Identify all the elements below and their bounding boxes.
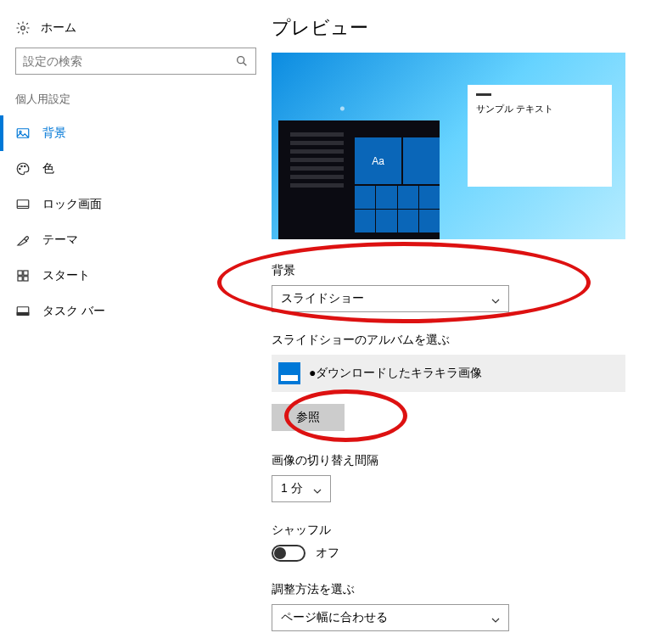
sidebar-item-label: タスク バー (42, 304, 105, 319)
chevron-down-icon (491, 294, 500, 303)
preview-thumbnail: Aa サンプル テキスト (272, 53, 625, 239)
background-select[interactable]: スライドショー (272, 285, 509, 312)
sidebar-item-label: スタート (42, 268, 90, 283)
svg-point-0 (21, 26, 25, 31)
start-icon (15, 268, 31, 283)
background-label: 背景 (272, 263, 642, 278)
album-name: ●ダウンロードしたキラキラ画像 (309, 366, 482, 381)
chevron-down-icon (313, 484, 322, 493)
search-icon (235, 54, 249, 68)
search-input[interactable] (15, 48, 256, 75)
svg-rect-15 (17, 313, 29, 316)
album-label: スライドショーのアルバムを選ぶ (272, 333, 642, 348)
section-label: 個人用設定 (0, 92, 272, 115)
sidebar-item-label: 背景 (42, 126, 66, 141)
fit-value: ページ幅に合わせる (281, 610, 388, 625)
interval-select[interactable]: 1 分 (272, 475, 331, 502)
search-field[interactable] (23, 54, 235, 68)
svg-rect-11 (24, 271, 28, 275)
sidebar-item-label: ロック画面 (42, 197, 102, 212)
palette-icon (15, 161, 31, 176)
svg-point-7 (25, 165, 26, 167)
image-icon (15, 126, 31, 141)
fit-label: 調整方法を選ぶ (272, 582, 642, 597)
browse-button[interactable]: 参照 (272, 404, 345, 431)
taskbar-icon (15, 304, 31, 319)
home-link[interactable]: ホーム (0, 15, 272, 48)
svg-line-2 (244, 63, 247, 66)
svg-rect-12 (18, 277, 22, 281)
fit-select[interactable]: ページ幅に合わせる (272, 604, 509, 631)
folder-icon (278, 362, 300, 384)
chevron-down-icon (491, 613, 500, 622)
interval-label: 画像の切り替え間隔 (272, 453, 642, 468)
svg-rect-10 (18, 271, 22, 275)
preview-window-text: サンプル テキスト (476, 104, 553, 114)
preview-heading: プレビュー (272, 15, 642, 41)
sidebar-item-start[interactable]: スタート (0, 258, 272, 294)
shuffle-label: シャッフル (272, 523, 642, 538)
preview-tile-aa: Aa (355, 137, 401, 184)
gear-icon (15, 20, 31, 36)
svg-rect-8 (17, 200, 29, 209)
svg-point-5 (20, 168, 21, 170)
sidebar-item-label: テーマ (42, 232, 78, 248)
theme-icon (15, 232, 31, 248)
interval-value: 1 分 (281, 481, 303, 496)
sidebar-item-taskbar[interactable]: タスク バー (0, 294, 272, 329)
shuffle-state: オフ (316, 546, 339, 561)
background-value: スライドショー (281, 291, 364, 306)
sidebar-item-colors[interactable]: 色 (0, 151, 272, 187)
svg-point-6 (21, 165, 23, 167)
sidebar-item-themes[interactable]: テーマ (0, 222, 272, 258)
preview-sample-window: サンプル テキスト (468, 85, 612, 187)
lockscreen-icon (15, 197, 31, 212)
sidebar-item-label: 色 (42, 161, 54, 176)
album-row[interactable]: ●ダウンロードしたキラキラ画像 (272, 355, 625, 392)
sidebar-item-background[interactable]: 背景 (0, 115, 272, 151)
svg-point-1 (238, 57, 244, 64)
sidebar-item-lockscreen[interactable]: ロック画面 (0, 187, 272, 222)
svg-rect-13 (24, 277, 28, 281)
shuffle-toggle[interactable] (272, 545, 305, 562)
home-label: ホーム (41, 20, 76, 36)
